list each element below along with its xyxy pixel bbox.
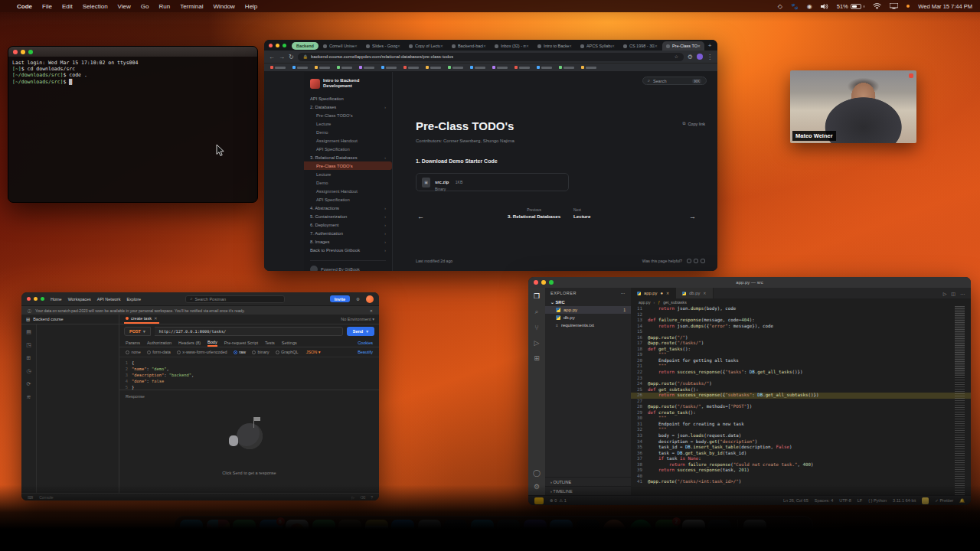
explorer-actions-icon[interactable]: ⋯ bbox=[621, 291, 626, 295]
extensions-icon[interactable]: ⊞ bbox=[534, 354, 540, 362]
bookmark-item[interactable] bbox=[492, 66, 508, 69]
menu-file[interactable]: File bbox=[42, 3, 52, 10]
body-mode-binary[interactable]: binary bbox=[252, 350, 269, 354]
dock-discord[interactable] bbox=[497, 520, 520, 543]
menu-app-name[interactable]: Code bbox=[17, 3, 32, 10]
subtab-settings[interactable]: Settings bbox=[282, 338, 297, 347]
manage-gear-icon[interactable]: ⚙ bbox=[534, 483, 540, 491]
sidebar-child-item[interactable]: Lecture bbox=[304, 170, 392, 178]
next-link[interactable]: Next Lecture bbox=[573, 208, 590, 219]
sidebar-item[interactable]: 8. Images› bbox=[304, 237, 392, 246]
wifi-icon[interactable] bbox=[873, 3, 881, 9]
dock-terminal-app[interactable]: ›_ bbox=[577, 520, 599, 543]
bookmark-item[interactable] bbox=[315, 66, 330, 69]
bookmark-item[interactable] bbox=[403, 66, 419, 69]
app-status-icon[interactable]: 🐾 bbox=[791, 3, 799, 10]
status-lf[interactable]: LF bbox=[858, 498, 862, 503]
menu-help[interactable]: Help bbox=[245, 3, 257, 10]
menu-window[interactable]: Window bbox=[213, 3, 234, 10]
run-python-icon[interactable]: ▷ bbox=[943, 291, 947, 296]
invite-button[interactable]: Invite bbox=[330, 295, 350, 302]
browser-tab[interactable]: Cornell Universit...✕ bbox=[319, 41, 361, 51]
dock-zoom[interactable]: ▣ bbox=[550, 520, 573, 543]
tab-group-chip[interactable]: Backend bbox=[292, 42, 318, 50]
bookmark-item[interactable] bbox=[292, 66, 308, 69]
browser-tab[interactable]: CS 1998 - 302 -...✕ bbox=[619, 41, 662, 51]
terminal-output[interactable]: Last login: Wed Mar 15 17:10:02 on ttys0… bbox=[8, 57, 257, 88]
volume-icon[interactable] bbox=[821, 3, 828, 10]
explorer-icon[interactable]: ❐ bbox=[534, 292, 540, 300]
sidebar-child-item[interactable]: Assignment Handout bbox=[304, 187, 392, 195]
request-url-input[interactable]: http://127.0.0.1:8000/tasks/ bbox=[155, 327, 343, 336]
search-icon[interactable]: ⌕ bbox=[534, 308, 538, 316]
monitors-icon[interactable]: ◷ bbox=[26, 368, 31, 374]
terminal-titlebar[interactable] bbox=[8, 47, 257, 57]
problems-indicator[interactable]: ⊗ 0 ⚠ 1 bbox=[550, 498, 567, 503]
profile-avatar[interactable] bbox=[697, 54, 703, 60]
subtab-tests[interactable]: Tests bbox=[265, 338, 275, 347]
browser-menu-icon[interactable]: ⋮ bbox=[707, 54, 713, 60]
sidebar-child-item[interactable]: Demo bbox=[304, 178, 392, 187]
subtab-body[interactable]: Body bbox=[207, 338, 217, 347]
browser-window[interactable]: Backend Cornell Universit...✕Slides - Go… bbox=[264, 40, 717, 271]
status-utf-8[interactable]: UTF-8 bbox=[839, 498, 851, 503]
browser-tab[interactable]: Backend-backen...✕ bbox=[448, 41, 490, 51]
dock-postman[interactable] bbox=[603, 520, 626, 543]
subtab-headers-[interactable]: Headers (8) bbox=[178, 338, 201, 347]
play-status-icon[interactable]: ◉ bbox=[807, 3, 812, 10]
dock-dark-utility[interactable] bbox=[444, 520, 467, 543]
postman-search[interactable]: ⌕ Search Postman bbox=[185, 295, 285, 303]
editor-more-icon[interactable]: ⋯ bbox=[960, 291, 965, 296]
postman-nav-explore[interactable]: Explore bbox=[126, 297, 141, 302]
browser-tab[interactable]: Inbox (32) - ma...✕ bbox=[491, 41, 533, 51]
banner-close-icon[interactable]: ✕ bbox=[370, 308, 373, 313]
bookmark-item[interactable] bbox=[337, 66, 352, 69]
status-3-11-1-64-bit[interactable]: 3.11.1 64-bit bbox=[893, 498, 916, 503]
prev-link[interactable]: Previous 3. Relational Databases bbox=[508, 208, 560, 219]
sidebar-child-item[interactable]: Lecture bbox=[304, 119, 392, 128]
sidebar-item[interactable]: 7. Authentication› bbox=[304, 229, 392, 237]
reload-button[interactable]: ↻ bbox=[289, 54, 294, 60]
warning-badge-icon[interactable] bbox=[922, 497, 929, 504]
battery-indicator[interactable]: 51% bbox=[837, 3, 865, 10]
request-tab[interactable]: create task ✕ bbox=[124, 315, 159, 324]
tab-close-icon[interactable]: ✕ bbox=[655, 44, 658, 48]
runner-icon[interactable]: ▷ bbox=[351, 495, 354, 500]
close-tab-icon[interactable]: ✕ bbox=[703, 291, 706, 295]
body-mode-GraphQL[interactable]: GraphQL bbox=[276, 350, 299, 354]
dock-app-store[interactable]: A bbox=[391, 520, 414, 543]
bookmark-item[interactable] bbox=[581, 66, 596, 69]
bookmark-item[interactable] bbox=[448, 66, 463, 69]
breadcrumb-file[interactable]: app.py bbox=[639, 300, 651, 305]
dock-vscode[interactable]: ‹› bbox=[471, 520, 494, 543]
postman-nav-api-network[interactable]: API Network bbox=[97, 297, 121, 302]
subtab-pre-request-script[interactable]: Pre-request Script bbox=[224, 338, 258, 347]
file-db-py[interactable]: db.py bbox=[545, 314, 631, 321]
run-debug-icon[interactable]: ▷ bbox=[534, 339, 540, 347]
browser-tab[interactable]: APCS Syllabus -...✕ bbox=[577, 41, 619, 51]
console-icon[interactable]: ⌨ bbox=[28, 495, 33, 500]
postman-window-controls[interactable] bbox=[27, 297, 44, 301]
close-tab-icon[interactable]: ✕ bbox=[154, 316, 158, 321]
sidebar-item[interactable]: 4. Abstractions› bbox=[304, 204, 392, 212]
file-requirements-txt[interactable]: ≡requirements.txt bbox=[545, 321, 631, 329]
course-logo[interactable]: Intro to Backend Development bbox=[304, 77, 392, 94]
dock-spotify[interactable]: ≋ bbox=[629, 520, 652, 543]
environment-selector[interactable]: No Environment ▾ bbox=[341, 317, 374, 321]
sidebar-child-item[interactable]: Assignment Handout bbox=[304, 136, 392, 145]
format-dropdown[interactable]: JSON ▾ bbox=[306, 350, 321, 354]
menu-go[interactable]: Go bbox=[141, 3, 149, 10]
menu-selection[interactable]: Selection bbox=[83, 3, 108, 10]
method-dropdown[interactable]: POST▾ bbox=[124, 327, 151, 336]
dock-launchpad[interactable] bbox=[207, 520, 230, 543]
status-spaces-4[interactable]: Spaces: 4 bbox=[815, 498, 833, 503]
dock-purple-app[interactable] bbox=[524, 520, 547, 543]
trash-icon[interactable]: ⌫ bbox=[360, 495, 365, 500]
tab-close-icon[interactable]: ✕ bbox=[354, 44, 358, 48]
editor-tab-db-py[interactable]: db.py✕ bbox=[676, 288, 713, 298]
powered-by-gitbook[interactable]: Powered By GitBook bbox=[310, 260, 386, 271]
request-body-editor[interactable]: 1{2 "name": "demo",3 "description": "bac… bbox=[119, 357, 379, 390]
history-icon[interactable]: ≋ bbox=[27, 394, 31, 400]
postman-nav-workspaces[interactable]: Workspaces bbox=[68, 297, 91, 302]
breadcrumb-symbol[interactable]: get_subtasks bbox=[663, 300, 687, 305]
